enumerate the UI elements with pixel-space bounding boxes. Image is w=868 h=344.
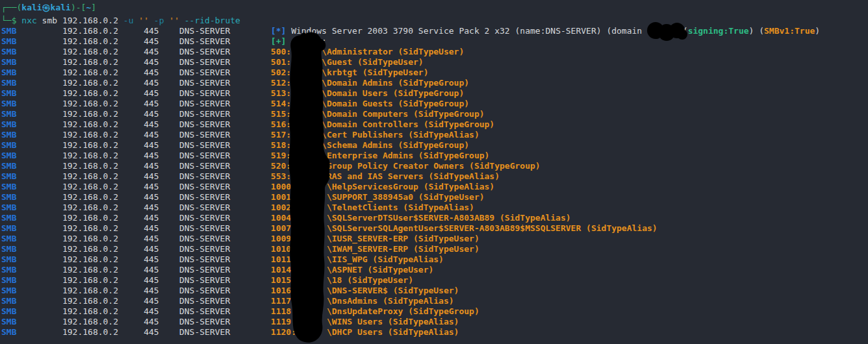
- host-port-cells: 192.168.0.2 445 DNS-SERVER: [62, 254, 271, 264]
- protocol-cell: SMB: [1, 286, 62, 295]
- rid-result: 1016: \DNS-SERVER$ (SidTypeUser): [271, 286, 459, 295]
- smb-rid-row: SMB 192.168.0.2 445 DNS-SERVER 1011: \II…: [1, 254, 868, 265]
- prompt-line-1: ┌──(kali㉿kali)-[~]: [1, 3, 868, 13]
- paren: ): [815, 26, 820, 36]
- rid-result: 501: \Guest (SidTypeUser): [271, 57, 424, 67]
- rid-result: 500: \Administrator (SidTypeUser): [271, 47, 464, 56]
- smb-rid-row: SMB 192.168.0.2 445 DNS-SERVER 1119: \WI…: [1, 317, 868, 327]
- host-port-cells: 192.168.0.2 445 DNS-SERVER: [62, 265, 271, 275]
- rid-result: 520: Group Policy Creator Owners (SidTyp…: [271, 161, 541, 171]
- rid-result: 553: RAS and IAS Servers (SidTypeAlias): [271, 171, 500, 181]
- smb-rid-row: SMB 192.168.0.2 445 DNS-SERVER 515: \Dom…: [1, 109, 868, 119]
- smb-rid-row: SMB 192.168.0.2 445 DNS-SERVER 512: \Dom…: [1, 78, 868, 88]
- smb-rid-row: SMB 192.168.0.2 445 DNS-SERVER 1014: \AS…: [1, 265, 868, 275]
- protocol-cell: SMB: [1, 47, 62, 56]
- smb-rid-row: SMB 192.168.0.2 445 DNS-SERVER 1007: \SQ…: [1, 223, 868, 234]
- smb-rid-row: SMB 192.168.0.2 445 DNS-SERVER 1117: \Dn…: [1, 296, 868, 306]
- smb-rid-row: SMB 192.168.0.2 445 DNS-SERVER 518: \Sch…: [1, 140, 868, 151]
- protocol-cell: SMB: [1, 140, 62, 150]
- rid-result: 514: \Domain Guests (SidTypeGroup): [271, 99, 469, 108]
- protocol-cell: SMB: [1, 57, 62, 67]
- smb-rid-row: SMB 192.168.0.2 445 DNS-SERVER 1120: \DH…: [1, 327, 868, 338]
- smb-rid-row: SMB 192.168.0.2 445 DNS-SERVER 1118: \Dn…: [1, 306, 868, 317]
- host-port-cells: 192.168.0.2 445 DNS-SERVER: [62, 234, 271, 243]
- prompt-frame-mid: )-[: [71, 3, 86, 12]
- smb-rid-row: SMB 192.168.0.2 445 DNS-SERVER 514: \Dom…: [1, 99, 868, 109]
- terminal-window: ┌──(kali㉿kali)-[~] └─$ nxc smb 192.168.0…: [0, 0, 868, 344]
- rid-result: 1120: \DHCP Users (SidTypeAlias): [271, 327, 459, 337]
- smbv1-status: SMBv1:True: [764, 26, 815, 36]
- host-port-cells: 192.168.0.2 445 DNS-SERVER: [62, 182, 271, 191]
- smb-rid-row: SMB 192.168.0.2 445 DNS-SERVER 516: \Dom…: [1, 119, 868, 130]
- host-port-cells: 192.168.0.2 445 DNS-SERVER: [62, 317, 271, 326]
- option-rid-brute: --rid-brute: [185, 16, 240, 25]
- option-u: -u: [123, 16, 134, 25]
- host-port-cells: 192.168.0.2 445 DNS-SERVER: [62, 140, 271, 150]
- host-port-cells: 192.168.0.2 445 DNS-SERVER: [62, 275, 271, 285]
- paren: ) (: [749, 26, 764, 36]
- protocol-cell: SMB: [1, 182, 62, 191]
- protocol-cell: SMB: [1, 213, 62, 223]
- host-port-cells: 192.168.0.2 445 DNS-SERVER: [62, 286, 271, 295]
- rid-result: 518: \Schema Admins (SidTypeGroup): [271, 140, 469, 150]
- info-marker: [*]: [271, 26, 286, 36]
- protocol-cell: SMB: [1, 234, 62, 243]
- protocol-cell: SMB: [1, 130, 62, 140]
- rid-result: 1119: \WINS Users (SidTypeAlias): [271, 317, 459, 326]
- protocol-cell: SMB: [1, 26, 62, 36]
- host-port-cells: 192.168.0.2 445 DNS-SERVER: [62, 203, 271, 212]
- smb-rid-row: SMB 192.168.0.2 445 DNS-SERVER 1015: \18…: [1, 275, 868, 286]
- smb-rid-row: SMB 192.168.0.2 445 DNS-SERVER 500: \Adm…: [1, 47, 868, 57]
- rid-result: 1004: \SQLServerDTSUser$SERVER-A803AB89 …: [271, 213, 571, 223]
- smb-rid-row: SMB 192.168.0.2 445 DNS-SERVER 501: \Gue…: [1, 57, 868, 68]
- host-port-cells: 192.168.0.2 445 DNS-SERVER: [62, 130, 271, 140]
- smb-rid-row: SMB 192.168.0.2 445 DNS-SERVER 1002: \Te…: [1, 203, 868, 213]
- protocol-cell: SMB: [1, 296, 62, 306]
- rid-result: 513: \Domain Users (SidTypeGroup): [271, 88, 464, 98]
- protocol-cell: SMB: [1, 223, 62, 233]
- smb-rid-row: SMB 192.168.0.2 445 DNS-SERVER 1010: \IW…: [1, 244, 868, 254]
- protocol-cell: SMB: [1, 119, 62, 129]
- rid-result: 1001: \SUPPORT_388945a0 (SidTypeUser): [271, 192, 485, 202]
- protocol-cell: SMB: [1, 68, 62, 77]
- protocol-cell: SMB: [1, 109, 62, 119]
- rid-result: 502: \krbtgt (SidTypeUser): [271, 68, 429, 77]
- protocol-cell: SMB: [1, 78, 62, 88]
- banner-text: Windows Server 2003 3790 Service Pack 2 …: [286, 26, 642, 36]
- prompt-dollar: └─$: [1, 16, 16, 25]
- rid-result: 1007: \SQLServerSQLAgentUser$SERVER-A803…: [271, 223, 657, 233]
- success-marker: [+]: [271, 36, 286, 46]
- host-port-cells: 192.168.0.2 445 DNS-SERVER: [62, 119, 271, 129]
- prompt-line-2: └─$ nxc smb 192.168.0.2 -u '' -p '' --ri…: [1, 16, 868, 26]
- prompt-frame-close: ]: [91, 3, 96, 12]
- rid-result: 519: \Enterprise Admins (SidTypeGroup): [271, 151, 490, 160]
- protocol-cell: SMB: [1, 244, 62, 254]
- command-name: nxc: [21, 16, 36, 25]
- rid-result: 1014: \ASPNET (SidTypeUser): [271, 265, 433, 275]
- rid-result: 1118: \DnsUpdateProxy (SidTypeGroup): [271, 306, 479, 316]
- rid-result: 515: \Domain Computers (SidTypeGroup): [271, 109, 485, 119]
- rid-result: 1117: \DnsAdmins (SidTypeAlias): [271, 296, 454, 306]
- rid-result: 516: \Domain Controllers (SidTypeGroup): [271, 119, 494, 129]
- host-port-cells: 192.168.0.2 445 DNS-SERVER: [62, 171, 271, 181]
- smb-rid-row: SMB 192.168.0.2 445 DNS-SERVER 1000: \He…: [1, 182, 868, 192]
- protocol-cell: SMB: [1, 254, 62, 264]
- smb-rid-row: SMB 192.168.0.2 445 DNS-SERVER 513: \Dom…: [1, 88, 868, 99]
- smb-rid-row: SMB 192.168.0.2 445 DNS-SERVER 519: \Ent…: [1, 151, 868, 161]
- protocol-cell: SMB: [1, 171, 62, 181]
- protocol-cell: SMB: [1, 265, 62, 275]
- host-port-cells: 192.168.0.2 445 DNS-SERVER: [62, 57, 271, 67]
- prompt-frame-open: ┌──(: [1, 3, 21, 12]
- smb-rid-row: SMB 192.168.0.2 445 DNS-SERVER 520: Grou…: [1, 161, 868, 171]
- smb-banner-row: SMB 192.168.0.2 445 DNS-SERVER [*] Windo…: [1, 26, 868, 36]
- rid-result: 1011: \IIS_WPG (SidTypeAlias): [271, 254, 444, 264]
- signing-status: signing:True: [688, 26, 749, 36]
- smb-rid-row: SMB 192.168.0.2 445 DNS-SERVER 553: RAS …: [1, 171, 868, 182]
- rid-result: 1002: \TelnetClients (SidTypeAlias): [271, 203, 474, 212]
- empty-username: '': [138, 16, 149, 25]
- protocol-cell: SMB: [1, 306, 62, 316]
- rid-result: 1015: \18 (SidTypeUser): [271, 275, 413, 285]
- protocol-cell: SMB: [1, 36, 62, 46]
- smb-rid-row: SMB 192.168.0.2 445 DNS-SERVER 502: \krb…: [1, 68, 868, 78]
- host-port-cells: 192.168.0.2 445 DNS-SERVER: [62, 223, 271, 233]
